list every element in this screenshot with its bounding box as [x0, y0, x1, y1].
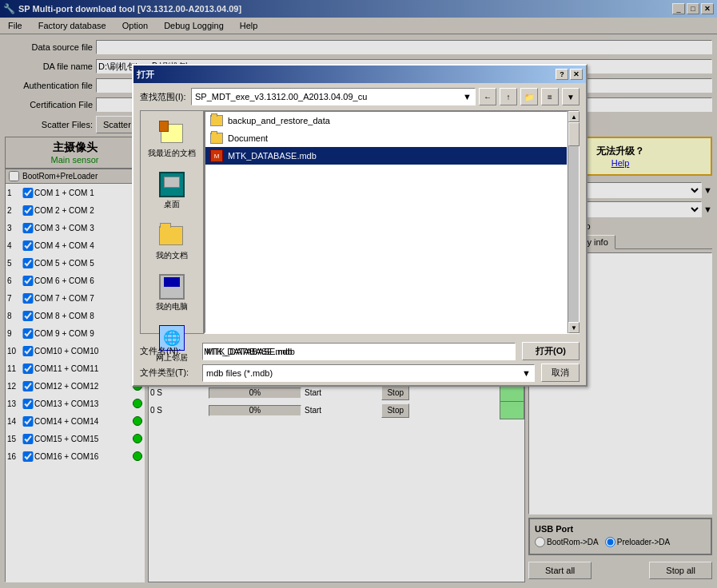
file-list: backup_and_restore_data Document M MTK_D… — [205, 111, 568, 333]
scroll-down-button[interactable]: ▼ — [568, 322, 580, 333]
nav-desktop[interactable]: 桌面 — [156, 169, 188, 213]
open-file-dialog: 打开 ? ✕ 查找范围(I): SP_MDT_exe_v3.1312.00_A2… — [132, 64, 588, 387]
dialog-title-text: 打开 — [137, 69, 154, 81]
dialog-open-button[interactable]: 打开(O) — [522, 342, 580, 360]
scroll-thumb[interactable] — [568, 122, 580, 146]
dialog-toolbar: 查找范围(I): SP_MDT_exe_v3.1312.00_A2013.04.… — [133, 83, 586, 105]
filetype-combo[interactable]: mdb files (*.mdb) ▼ — [202, 364, 535, 382]
file-item-backup[interactable]: backup_and_restore_data — [205, 112, 567, 129]
dialog-cancel-button[interactable]: 取消 — [541, 364, 580, 382]
nav-my-docs[interactable]: 我的文档 — [153, 220, 191, 264]
file-browser: 我最近的文档 桌面 我的文档 — [140, 110, 580, 334]
dialog-bottom: 文件名(N): MTK_DATABASE.mdb 打开(O) 文件类型(T): … — [133, 339, 586, 385]
view-button[interactable]: ≡ — [541, 88, 559, 105]
filename-input[interactable] — [202, 343, 516, 360]
scroll-track[interactable] — [568, 122, 579, 322]
dialog-help-button[interactable]: ? — [556, 69, 568, 80]
dialog-title-bar: 打开 ? ✕ — [133, 66, 586, 83]
file-list-container: backup_and_restore_data Document M MTK_D… — [204, 110, 580, 334]
filetype-label: 文件类型(T): — [140, 367, 196, 379]
back-button[interactable]: ← — [479, 88, 496, 105]
location-combo[interactable]: SP_MDT_exe_v3.1312.00_A2013.04.09_cu ▼ — [191, 88, 476, 105]
desktop-icon — [159, 172, 185, 197]
nav-network[interactable]: 🌐 网上邻居 — [153, 322, 191, 367]
up-folder-button[interactable]: ↑ — [500, 88, 517, 105]
file-item-mdb[interactable]: M MTK_DATABASE.mdb — [205, 147, 567, 165]
my-docs-icon — [159, 223, 185, 248]
scroll-up-button[interactable]: ▲ — [568, 111, 580, 122]
nav-recent-docs[interactable]: 我最近的文档 — [145, 117, 199, 162]
dialog-close-button[interactable]: ✕ — [570, 69, 583, 80]
folder-icon-backup — [210, 115, 223, 126]
recent-docs-icon — [159, 121, 185, 146]
nav-panel: 我最近的文档 桌面 我的文档 — [140, 110, 204, 334]
folder-icon-document — [210, 133, 223, 144]
new-folder-button[interactable]: 📁 — [520, 88, 538, 105]
mdb-file-icon: M — [210, 149, 223, 162]
location-label: 查找范围(I): — [140, 91, 188, 103]
file-list-scrollbar[interactable]: ▲ ▼ — [568, 111, 579, 333]
view-dropdown-button[interactable]: ▼ — [562, 88, 580, 105]
nav-my-computer[interactable]: 我的电脑 — [153, 271, 191, 316]
main-window: 🔧 SP Multi-port download tool [V3.1312.0… — [0, 0, 717, 588]
dialog-overlay: 打开 ? ✕ 查找范围(I): SP_MDT_exe_v3.1312.00_A2… — [0, 0, 717, 588]
filename-label: 文件名(N): — [140, 345, 196, 357]
my-computer-icon — [159, 274, 185, 300]
file-item-document[interactable]: Document — [205, 129, 567, 147]
